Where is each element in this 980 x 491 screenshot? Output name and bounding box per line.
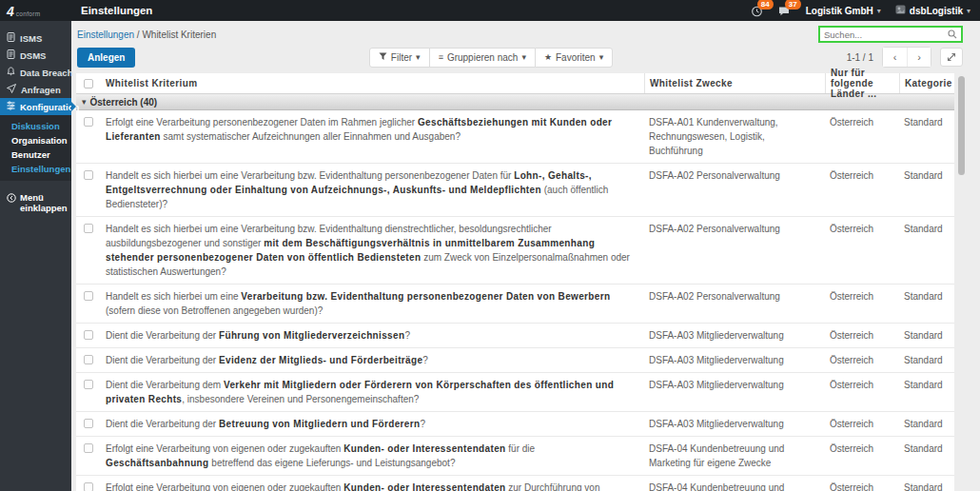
select-all-checkbox[interactable] <box>84 79 93 88</box>
chevron-down-icon: ▾ <box>877 7 881 15</box>
company-menu[interactable]: Logistik GmbH ▾ <box>806 6 881 16</box>
sidebar-subitem-einstellungen[interactable]: Einstellungen <box>0 162 71 176</box>
user-name: dsbLogistik <box>910 6 963 16</box>
group-by-button[interactable]: ≡ Gruppieren nach ▾ <box>429 48 536 68</box>
pager: ‹ › <box>882 47 931 68</box>
alarms-button[interactable]: 84 <box>751 4 764 17</box>
column-header-kriterium[interactable]: Whitelist Kriterium <box>101 73 644 93</box>
sidebar-item-label: Konfiguration <box>20 102 79 112</box>
row-checkbox[interactable] <box>84 419 93 428</box>
app-logo[interactable]: 4 conform <box>0 0 71 21</box>
search-box[interactable] <box>818 26 963 43</box>
pagination-range: 1-1 / 1 <box>847 52 873 63</box>
category-cell: Standard <box>899 110 954 163</box>
row-checkbox[interactable] <box>84 443 93 453</box>
konfiguration-submenu: Diskussion Organisation Benutzer Einstel… <box>0 115 71 181</box>
messages-badge: 37 <box>785 0 801 10</box>
criterion-cell: Dient die Verarbeitung der Führung von M… <box>101 324 644 347</box>
table-row[interactable]: Erfolgt eine Verarbeitung von eigenen od… <box>76 437 954 476</box>
messages-button[interactable]: 37 <box>778 4 792 17</box>
bell-icon <box>7 67 15 78</box>
collapse-group-icon: ▾ <box>82 97 87 107</box>
sidebar-subitem-benutzer[interactable]: Benutzer <box>0 147 71 162</box>
purpose-cell: DSFA-A01 Kundenverwaltung, Rechnungswese… <box>644 110 825 163</box>
column-header-zwecke[interactable]: Whitelist Zwecke <box>644 73 825 93</box>
document-icon <box>7 49 15 61</box>
purpose-cell: DSFA-A03 Mitgliederverwaltung <box>644 412 825 436</box>
table-row[interactable]: Dient die Verarbeitung der Betreuung von… <box>76 412 954 437</box>
prev-page-button[interactable]: ‹ <box>883 48 907 67</box>
chevron-down-icon: ▾ <box>967 7 970 15</box>
column-header-laender[interactable]: Nur für folgende Länder ... <box>825 73 899 93</box>
scrollbar-thumb[interactable] <box>958 76 965 175</box>
paper-plane-icon <box>7 84 16 95</box>
sidebar-item-konfiguration[interactable]: Konfiguration <box>0 98 71 115</box>
table-row[interactable]: Dient die Verarbeitung der Führung von M… <box>76 324 954 348</box>
category-cell: Standard <box>899 324 954 347</box>
category-cell: Standard <box>899 217 954 284</box>
next-page-button[interactable]: › <box>907 48 931 67</box>
criterion-cell: Handelt es sich hierbei um eine Verarbei… <box>101 217 644 284</box>
table-body: Erfolgt eine Verarbeitung personenbezoge… <box>76 110 954 491</box>
chevron-down-icon: ▾ <box>521 52 526 62</box>
create-button[interactable]: Anlegen <box>77 48 135 68</box>
user-menu[interactable]: dsbLogistik ▾ <box>895 5 970 16</box>
app-window: 4 conform ISMS DSMS Data Breach Anfragen <box>0 0 980 491</box>
sidebar-subitem-diskussion[interactable]: Diskussion <box>0 119 71 133</box>
table-row[interactable]: Dient die Verarbeitung der Evidenz der M… <box>76 348 954 373</box>
favorites-button[interactable]: ★ Favoriten ▾ <box>535 48 613 68</box>
sidebar-subitem-organisation[interactable]: Organisation <box>0 133 71 147</box>
row-checkbox[interactable] <box>84 482 93 491</box>
whitelist-table: Whitelist Kriterium Whitelist Zwecke Nur… <box>76 73 954 491</box>
category-cell: Standard <box>899 476 954 491</box>
country-cell: Österreich <box>825 476 899 491</box>
funnel-icon <box>379 52 387 63</box>
sidebar-item-anfragen[interactable]: Anfragen <box>0 81 71 98</box>
breadcrumb-parent-link[interactable]: Einstellungen <box>77 29 134 40</box>
row-checkbox[interactable] <box>84 224 93 233</box>
collapse-arrow-icon <box>7 192 16 205</box>
group-by-icon: ≡ <box>439 52 443 62</box>
row-checkbox[interactable] <box>84 117 93 127</box>
table-row[interactable]: Dient die Verarbeitung dem Verkehr mit M… <box>76 373 954 412</box>
main-content: Einstellungen / Whitelist Kriterien Anle… <box>71 21 980 491</box>
collapse-menu-button[interactable]: Menü einklappen <box>0 192 71 213</box>
category-cell: Standard <box>899 373 954 411</box>
vertical-scrollbar[interactable] <box>958 73 965 487</box>
row-checkbox[interactable] <box>84 330 93 340</box>
row-checkbox[interactable] <box>84 291 93 301</box>
purpose-cell: DSFA-A02 Personalverwaltung <box>644 164 825 216</box>
search-input[interactable] <box>824 29 948 40</box>
purpose-cell: DSFA-A03 Mitgliederverwaltung <box>644 324 825 347</box>
sidebar-item-data-breach[interactable]: Data Breach <box>0 64 71 81</box>
group-label: Österreich (40) <box>90 97 158 108</box>
table-row[interactable]: Handelt es sich hierbei um eine Verarbei… <box>76 217 954 285</box>
logo-icon: 4 <box>7 6 14 17</box>
row-checkbox[interactable] <box>84 380 93 389</box>
country-cell: Österreich <box>825 164 899 216</box>
page-title: Einstellungen <box>81 5 152 16</box>
country-cell: Österreich <box>825 412 899 436</box>
criterion-cell: Handelt es sich hierbei um eine Verarbei… <box>101 164 644 216</box>
table-row[interactable]: Erfolgt eine Verarbeitung personenbezoge… <box>76 110 954 164</box>
criterion-cell: Dient die Verarbeitung dem Verkehr mit M… <box>101 373 644 411</box>
table-row[interactable]: Erfolgt eine Verarbeitung von eigenen od… <box>76 476 954 491</box>
breadcrumb-current: Whitelist Kriterien <box>142 29 216 40</box>
sidebar-item-dsms[interactable]: DSMS <box>0 47 71 64</box>
column-header-kategorie[interactable]: Kategorie <box>899 73 954 93</box>
group-row-oesterreich[interactable]: ▾ Österreich (40) <box>76 94 954 110</box>
table-row[interactable]: Handelt es sich hierbei um eine Verarbei… <box>76 164 954 217</box>
row-checkbox[interactable] <box>84 170 93 180</box>
country-cell: Österreich <box>825 437 899 475</box>
star-icon: ★ <box>544 52 552 62</box>
sidebar-item-label: Anfragen <box>21 85 61 95</box>
table-row[interactable]: Handelt es sich hierbei um eine Verarbei… <box>76 285 954 324</box>
company-name: Logistik GmbH <box>806 6 873 16</box>
row-checkbox[interactable] <box>84 355 93 364</box>
country-cell: Österreich <box>825 373 899 411</box>
expand-button[interactable] <box>940 48 963 67</box>
category-cell: Standard <box>899 348 954 372</box>
sidebar-item-isms[interactable]: ISMS <box>0 29 71 47</box>
criterion-cell: Dient die Verarbeitung der Betreuung von… <box>101 412 644 436</box>
filter-button[interactable]: Filter ▾ <box>369 48 430 68</box>
